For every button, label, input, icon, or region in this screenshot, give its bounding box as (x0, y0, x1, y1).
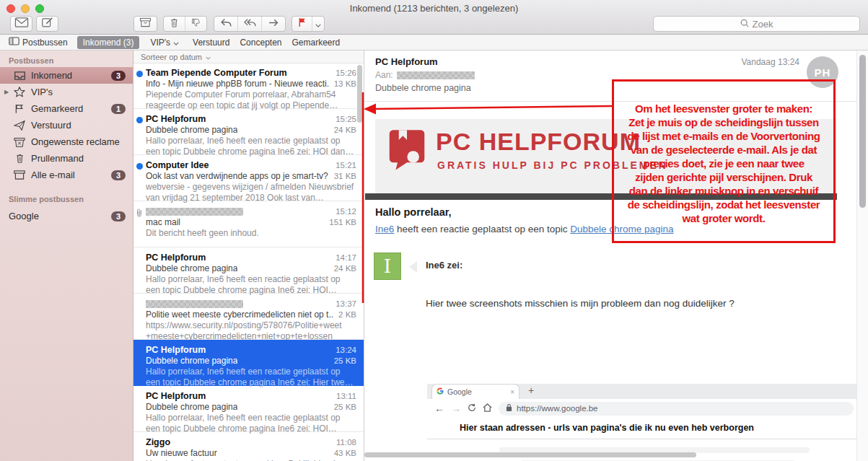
minimize-button[interactable] (21, 4, 30, 13)
reply-button[interactable] (214, 17, 237, 31)
sidebar-item-verstuurd[interactable]: Verstuurd (0, 117, 133, 133)
bookmarks-divider (427, 439, 857, 439)
row-size: 2 KB (338, 310, 356, 319)
row-preview: webversie - gegevens wijzigen / afmelden… (146, 182, 356, 203)
favorites-tab-gemarkeerd[interactable]: Gemarkeerd (291, 38, 340, 48)
message-row[interactable]: 15:12mac mail151 KBDit bericht heeft gee… (133, 201, 364, 247)
trash-button[interactable] (164, 17, 185, 31)
favorites-tab-vips[interactable]: VIP's (150, 38, 179, 48)
sidebar-toggle-icon (9, 37, 19, 48)
disclosure-triangle-icon[interactable]: ▶ (4, 89, 9, 95)
row-sender: PC Helpforum (146, 345, 206, 355)
unread-dot (136, 117, 143, 123)
row-sender: PC Helpforum (146, 114, 206, 124)
row-subject: Info - Mijn nieuwe phpBB forum - Nieuwe … (146, 79, 330, 89)
sidebar-item-label: VIP's (31, 87, 53, 97)
row-subject: Ook last van verdwijnende apps op je sma… (146, 171, 328, 181)
message-row[interactable]: Computer Idee15:21Ook last van verdwijne… (133, 155, 364, 201)
list-scrollbar-thumb[interactable] (357, 65, 362, 123)
row-subject: mac mail (146, 217, 180, 227)
favorites-tab-inkomend[interactable]: Inkomend (3) (77, 36, 140, 49)
row-sender: PC Helpforum (146, 253, 206, 263)
pane-scrollbar-thumb[interactable] (859, 55, 866, 208)
traffic-lights (6, 4, 44, 13)
row-time: 15:21 (336, 161, 356, 170)
row-time: 15:12 (336, 207, 356, 216)
star-icon (13, 87, 26, 97)
row-time: 13:24 (336, 346, 356, 354)
row-subject: Dubbele chrome pagina (146, 402, 237, 412)
section-header-slimme-postbussen: Slimme postbussen (9, 195, 133, 203)
mail-window: Inkomend (1213 berichten, 3 ongelezen) Z… (0, 0, 868, 461)
row-sender (146, 299, 243, 309)
unread-count-badge: 3 (111, 71, 126, 81)
url-text: https://www.google.be (517, 404, 598, 413)
email-greeting: Hallo porrelaar, (375, 206, 452, 218)
archive-button[interactable] (133, 16, 157, 32)
message-row[interactable]: PC Helpforum13:24Dubbele chrome pagina25… (133, 340, 364, 386)
flag-menu-button[interactable] (312, 17, 324, 31)
sidebar-item-label: Verstuurd (31, 120, 71, 131)
trash-icon (13, 153, 26, 164)
favorites-tab-concepten[interactable]: Concepten (240, 38, 281, 48)
message-row[interactable]: PC Helpforum13:11Dubbele chrome pagina25… (133, 386, 364, 432)
message-row[interactable]: PC Helpforum15:25Dubbele chrome pagina24… (133, 109, 364, 155)
sidebar-item-label: Google (9, 211, 39, 221)
row-size: 13 KB (334, 79, 356, 88)
toggle-mailbox-list-button[interactable]: Postbussen (9, 37, 68, 48)
close-button[interactable] (6, 4, 15, 13)
thumbs-down-icon (190, 17, 201, 31)
junk-icon (13, 137, 26, 147)
get-mail-button[interactable] (10, 16, 32, 32)
sidebar-item-ongewenste-reclame[interactable]: Ongewenste reclame (0, 133, 133, 150)
sidebar-item-inkomend[interactable]: Inkomend 3 (0, 67, 133, 84)
paperclip-icon (136, 208, 143, 221)
search-input[interactable]: Zoek (653, 16, 860, 32)
delete-junk-group (163, 16, 207, 32)
pane-scrollbar-track[interactable] (856, 51, 868, 461)
row-preview: Piepende Computer Forum porrelaar, Abrah… (146, 89, 356, 110)
row-preview: https://www.security.nl/posting/578076/P… (146, 320, 356, 341)
favorites-postbussen-label: Postbussen (22, 38, 68, 48)
sidebar-item-prullenmand[interactable]: Prullenmand (0, 150, 133, 167)
address-bar: https://www.google.be (499, 402, 854, 416)
message-row[interactable]: Ziggo11:08Uw nieuwe factuur43 KBUw nieuw… (133, 432, 364, 461)
row-preview: Dit bericht heeft geen inhoud. (146, 228, 356, 239)
message-rows: Team Piepende Computer Forum15:26Info - … (133, 63, 364, 461)
row-size: 25 KB (334, 356, 356, 365)
message-subject: Dubbele chrome pagina (375, 83, 471, 93)
flag-button[interactable] (292, 17, 312, 31)
reply-all-button[interactable] (237, 17, 261, 31)
sidebar-item-gemarkeerd[interactable]: Gemarkeerd 1 (0, 100, 133, 117)
sidebar-item-label: Prullenmand (31, 153, 84, 164)
user-link[interactable]: Ine6 (375, 224, 394, 234)
quote-author: Ine6 zei: (426, 260, 463, 271)
message-list: Sorteer op datum Team Piepende Computer … (133, 51, 364, 461)
sidebar-item-alle-email[interactable]: Alle e-mail 3 (0, 167, 133, 183)
message-row[interactable]: PC Helpforum14:17Dubbele chrome pagina24… (133, 247, 364, 294)
flag-group (291, 16, 325, 32)
row-subject: Politie weet meeste cybercrimedelicten n… (146, 309, 334, 320)
horizontal-scrollbar-thumb[interactable] (364, 452, 696, 457)
new-tab-icon: + (528, 385, 534, 396)
compose-button[interactable] (36, 16, 58, 32)
row-preview: Hallo porrelaar, Ine6 heeft een reactie … (146, 136, 356, 157)
row-time: 15:26 (336, 69, 356, 77)
junk-button[interactable] (185, 17, 206, 31)
embedded-browser-screenshot: Google × + ← → https://www.google.be Hie… (427, 375, 857, 461)
forward-button[interactable] (261, 17, 285, 31)
message-row[interactable]: 13:37Politie weet meeste cybercrimedelic… (133, 294, 364, 340)
message-row[interactable]: Team Piepende Computer Forum15:26Info - … (133, 63, 364, 109)
row-sender: Ziggo (146, 437, 170, 447)
favorites-bar: Postbussen Inkomend (3) VIP's Verstuurd … (0, 35, 868, 51)
row-size: 25 KB (334, 403, 356, 411)
row-time: 15:25 (336, 115, 356, 123)
favorites-tab-verstuurd[interactable]: Verstuurd (193, 38, 229, 48)
redacted-sender (146, 208, 243, 216)
zoom-button[interactable] (35, 4, 44, 13)
sort-header[interactable]: Sorteer op datum (133, 51, 364, 63)
back-icon: ← (434, 403, 444, 414)
sidebar-item-vips[interactable]: ▶ VIP's (0, 84, 133, 100)
row-size: 43 KB (334, 449, 356, 457)
sidebar-item-google[interactable]: Google 3 (0, 208, 133, 224)
